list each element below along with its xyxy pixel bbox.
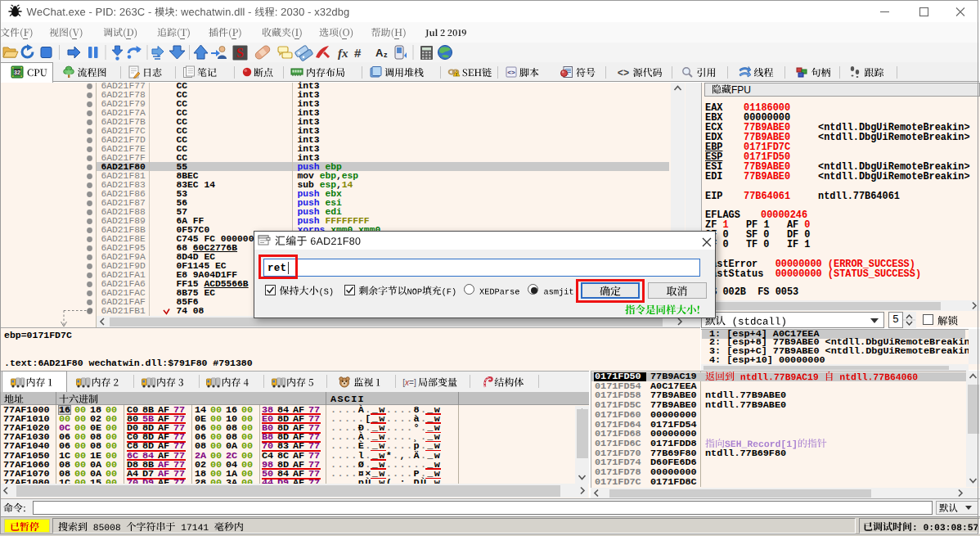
svg-text:S: S — [236, 46, 244, 60]
svg-text:#: # — [354, 46, 362, 60]
svg-text:<>: <> — [507, 69, 515, 76]
svg-text:!: ! — [456, 72, 457, 77]
svg-text:fx: fx — [338, 47, 348, 60]
svg-text:A: A — [375, 47, 384, 59]
svg-text:[x=]: [x=] — [402, 378, 416, 387]
svg-text:<>: <> — [618, 68, 629, 79]
svg-text:z: z — [384, 51, 388, 59]
svg-text:32: 32 — [14, 70, 20, 75]
